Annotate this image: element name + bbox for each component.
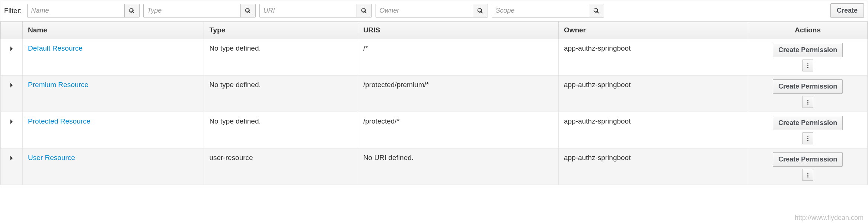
filter-name-search-button[interactable] bbox=[124, 4, 139, 17]
create-permission-button[interactable]: Create Permission bbox=[773, 116, 843, 130]
filter-name-input[interactable] bbox=[28, 4, 124, 17]
header-actions: Actions bbox=[748, 22, 868, 39]
row-actions: Create Permission bbox=[773, 43, 843, 71]
filter-type-input[interactable] bbox=[144, 4, 240, 17]
filter-owner-search-button[interactable] bbox=[473, 4, 488, 17]
filter-uri-group bbox=[259, 4, 372, 17]
resource-uris: No URI defined. bbox=[358, 148, 558, 185]
search-icon bbox=[593, 8, 599, 14]
resource-uris: /protected/* bbox=[358, 112, 558, 148]
filter-scope-group bbox=[492, 4, 604, 17]
filter-uri-input[interactable] bbox=[260, 4, 357, 17]
search-icon bbox=[477, 8, 483, 14]
search-icon bbox=[245, 8, 251, 14]
filter-owner-group bbox=[376, 4, 488, 17]
resource-name-link[interactable]: Default Resource bbox=[28, 44, 83, 52]
header-uris: URIS bbox=[358, 22, 558, 39]
table-header-row: Name Type URIS Owner Actions bbox=[1, 22, 868, 39]
more-actions-button[interactable] bbox=[802, 60, 813, 71]
row-actions: Create Permission bbox=[773, 152, 843, 181]
kebab-icon bbox=[807, 173, 808, 177]
header-type: Type bbox=[204, 22, 358, 39]
filter-scope-input[interactable] bbox=[492, 4, 589, 17]
resource-owner: app-authz-springboot bbox=[558, 76, 748, 112]
filter-scope-search-button[interactable] bbox=[589, 4, 604, 17]
resource-owner: app-authz-springboot bbox=[558, 39, 748, 76]
header-name: Name bbox=[23, 22, 204, 39]
more-actions-button[interactable] bbox=[802, 96, 813, 108]
header-expand bbox=[1, 22, 23, 39]
resource-owner: app-authz-springboot bbox=[558, 112, 748, 148]
search-icon bbox=[361, 8, 367, 14]
chevron-right-icon[interactable] bbox=[10, 154, 13, 163]
chevron-right-icon[interactable] bbox=[10, 118, 13, 126]
resource-type: No type defined. bbox=[204, 39, 358, 76]
filter-bar: Filter: bbox=[0, 0, 868, 21]
resource-uris: /protected/premium/* bbox=[358, 76, 558, 112]
resource-type: No type defined. bbox=[204, 76, 358, 112]
resource-uris: /* bbox=[358, 39, 558, 76]
filter-owner-input[interactable] bbox=[376, 4, 473, 17]
table-row: Protected Resource No type defined. /pro… bbox=[1, 112, 868, 148]
resource-name-link[interactable]: Premium Resource bbox=[28, 81, 89, 89]
resource-panel: Filter: bbox=[0, 0, 868, 185]
resource-name-link[interactable]: Protected Resource bbox=[28, 117, 90, 125]
resource-name-link[interactable]: User Resource bbox=[28, 154, 75, 161]
kebab-icon bbox=[807, 136, 808, 141]
kebab-icon bbox=[807, 63, 808, 68]
filter-type-search-button[interactable] bbox=[240, 4, 255, 17]
filter-type-group bbox=[143, 4, 256, 17]
resource-type: No type defined. bbox=[204, 112, 358, 148]
filter-uri-search-button[interactable] bbox=[357, 4, 371, 17]
more-actions-button[interactable] bbox=[802, 169, 813, 181]
chevron-right-icon[interactable] bbox=[10, 45, 13, 53]
filter-name-group bbox=[27, 4, 140, 17]
search-icon bbox=[129, 8, 135, 14]
resources-table: Name Type URIS Owner Actions Default Res… bbox=[0, 21, 868, 185]
table-row: Default Resource No type defined. /* app… bbox=[1, 39, 868, 76]
more-actions-button[interactable] bbox=[802, 132, 813, 144]
create-permission-button[interactable]: Create Permission bbox=[773, 152, 843, 167]
create-permission-button[interactable]: Create Permission bbox=[773, 79, 843, 94]
header-owner: Owner bbox=[558, 22, 748, 39]
resource-type: user-resource bbox=[204, 148, 358, 185]
row-actions: Create Permission bbox=[773, 116, 843, 144]
kebab-icon bbox=[807, 100, 808, 105]
chevron-right-icon[interactable] bbox=[10, 81, 13, 90]
create-permission-button[interactable]: Create Permission bbox=[773, 43, 843, 57]
row-actions: Create Permission bbox=[773, 79, 843, 108]
resource-owner: app-authz-springboot bbox=[558, 148, 748, 185]
table-row: User Resource user-resource No URI defin… bbox=[1, 148, 868, 185]
table-row: Premium Resource No type defined. /prote… bbox=[1, 76, 868, 112]
filter-label: Filter: bbox=[4, 7, 22, 15]
create-button[interactable]: Create bbox=[830, 3, 864, 18]
